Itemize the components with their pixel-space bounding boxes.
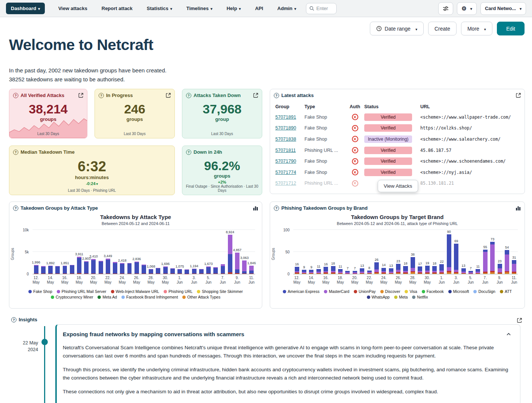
chart-bar[interactable] [70,265,74,274]
external-link-icon[interactable] [253,93,258,98]
chart-bar[interactable] [403,266,408,274]
chart-bar[interactable] [476,269,480,274]
nav-item-api[interactable]: API [255,6,263,11]
legend-item[interactable]: Other Attack Types [182,295,220,299]
chart-bar[interactable] [338,269,343,274]
help-icon[interactable] [274,206,279,211]
bar-chart-icon[interactable] [516,206,521,210]
chart-bar[interactable] [353,271,357,274]
chart-bar[interactable] [309,270,313,274]
legend-item[interactable]: American Express [283,289,319,294]
attack-group-link[interactable]: 57071891 [275,115,296,120]
nav-item-view-attacks[interactable]: View attacks [58,6,87,11]
chart-bar[interactable] [381,268,386,274]
legend-item[interactable]: Phishing URL Mail Server [57,289,106,294]
filter-settings-button[interactable] [438,2,453,15]
chart-bar[interactable] [242,260,247,274]
chart-bar[interactable] [432,266,437,274]
chart-bar[interactable] [302,270,306,274]
settings-menu-button[interactable]: ⚙ [457,2,476,15]
legend-item[interactable]: Fake Shop [28,289,52,294]
help-icon[interactable] [186,150,191,155]
chart-bar[interactable] [99,261,103,274]
chart-bar[interactable] [454,244,458,274]
chart-bar[interactable] [316,269,321,274]
chart-bar[interactable] [345,271,350,274]
legend-item[interactable]: Visa [405,289,417,294]
legend-item[interactable]: Web-Inject Malware URL [111,289,160,294]
chart-bar[interactable] [411,257,415,274]
chart-bar[interactable] [106,259,110,274]
chart-bar[interactable] [113,262,117,274]
date-range-button[interactable]: Date range [370,22,424,35]
chart-bar[interactable] [389,268,393,274]
chart-bar[interactable] [374,262,379,274]
chart-bar[interactable] [331,266,335,274]
legend-item[interactable]: Meta Ad [98,295,117,299]
legend-item[interactable]: Cryptocurrency Miner [51,295,93,299]
chart-bar[interactable] [418,266,422,274]
legend-item[interactable]: Microsoft [448,289,469,294]
legend-item[interactable]: MasterCard [324,289,349,294]
bar-chart-icon[interactable] [253,206,258,210]
chart-bar[interactable] [490,242,495,274]
view-attacks-button[interactable]: View Attacks [378,180,418,192]
nav-item-statistics[interactable]: Statistics [147,6,172,11]
attack-group-link[interactable]: 57071838 [275,137,296,142]
chart-bar[interactable] [498,264,502,274]
legend-item[interactable]: Netflix [412,295,428,299]
chart-bar[interactable] [48,266,53,274]
attack-group-link[interactable]: 57071712 [275,181,296,186]
chart-bar[interactable] [84,261,89,274]
help-icon[interactable] [13,93,18,98]
create-button[interactable]: Create [428,22,457,35]
chart-bar[interactable] [149,269,153,274]
chart-bar[interactable] [142,265,146,274]
chart-bar[interactable] [360,268,364,274]
search-input[interactable] [316,5,333,12]
chart-bar[interactable] [425,266,430,274]
chart-bar[interactable] [206,266,211,274]
chart-bar[interactable] [512,260,516,274]
external-link-icon[interactable] [166,93,171,98]
legend-item[interactable]: Phishing URL [164,289,192,294]
chart-bar[interactable] [177,269,182,274]
legend-item[interactable]: WhatsApp [367,295,390,299]
legend-item[interactable]: DocuSign [473,289,495,294]
chart-bar[interactable] [461,268,466,274]
nav-item-admin[interactable]: Admin [277,6,296,11]
chart-bar[interactable] [77,257,81,274]
chart-bar[interactable] [367,271,372,274]
card-network-dropdown[interactable]: Card Netwo... [480,2,526,15]
legend-item[interactable]: ATT [500,289,512,294]
legend-item[interactable]: Discover [380,289,400,294]
attack-group-link[interactable]: 57071790 [275,159,296,164]
chart-bar[interactable] [41,266,46,274]
external-link-icon[interactable] [516,93,521,98]
chart-bar[interactable] [199,269,204,274]
chart-bar[interactable] [91,259,96,274]
nav-item-help[interactable]: Help [226,6,241,11]
help-icon[interactable] [99,93,104,98]
chart-bar[interactable] [120,263,124,274]
chart-bar[interactable] [221,264,225,274]
chart-bar[interactable] [163,266,168,274]
edit-button[interactable]: Edit [497,22,525,35]
chart-bar[interactable] [55,266,60,274]
chart-bar[interactable] [324,267,328,274]
chart-bar[interactable] [185,269,189,274]
external-link-icon[interactable] [517,318,522,324]
chart-bar[interactable] [396,264,400,274]
chart-bar[interactable] [170,268,175,274]
chart-bar[interactable] [127,263,132,274]
legend-item[interactable]: UnionPay [354,289,376,294]
help-icon[interactable] [13,150,18,155]
help-icon[interactable] [274,93,279,98]
chart-bar[interactable] [63,266,67,274]
chart-bar[interactable] [213,267,218,274]
nav-item-timelines[interactable]: Timelines [186,6,213,11]
chart-bar[interactable] [192,269,197,274]
legend-item[interactable]: Facebook Brand Infringement [121,295,178,299]
nav-item-report-attack[interactable]: Report attack [102,6,133,11]
chart-bar[interactable] [134,262,139,274]
